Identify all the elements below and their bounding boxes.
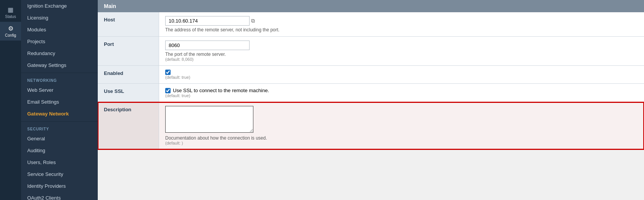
sidebar: Ignition Exchange Licensing Modules Proj… — [21, 0, 98, 200]
copy-icon[interactable]: ⧉ — [251, 18, 255, 24]
description-row: Description Documentation about how the … — [98, 102, 644, 150]
description-textarea[interactable] — [165, 106, 253, 133]
sidebar-item-web-server[interactable]: Web Server — [21, 84, 98, 96]
description-label: Description — [98, 102, 159, 149]
sidebar-divider-2 — [21, 121, 98, 122]
config-label: Config — [5, 33, 16, 37]
main-content: Main Host ⧉ The address of the remote se… — [98, 0, 644, 200]
status-label: Status — [5, 15, 16, 19]
host-description: The address of the remote server, not in… — [165, 27, 638, 33]
port-input[interactable] — [165, 41, 250, 50]
sidebar-divider-1 — [21, 73, 98, 73]
description-value-cell: Documentation about how the connection i… — [159, 102, 644, 149]
enabled-row: Enabled (default: true) — [98, 66, 644, 84]
enabled-checkbox-row — [165, 70, 638, 75]
form-table: Host ⧉ The address of the remote server,… — [98, 12, 644, 150]
enabled-label: Enabled — [98, 66, 159, 83]
host-value-cell: ⧉ The address of the remote server, not … — [159, 12, 644, 36]
status-icon: ▦ — [8, 6, 13, 13]
enabled-default: (default: true) — [165, 75, 638, 80]
port-default: (default: 8,060) — [165, 57, 638, 62]
enabled-value-cell: (default: true) — [159, 66, 644, 83]
config-icon: ⚙ — [8, 25, 13, 32]
sidebar-item-licensing[interactable]: Licensing — [21, 12, 98, 24]
host-input[interactable] — [165, 16, 250, 26]
sidebar-item-service-security[interactable]: Service Security — [21, 168, 98, 180]
use-ssl-row: Use SSL Use SSL to connect to the remote… — [98, 84, 644, 102]
port-value-cell: The port of the remote server. (default:… — [159, 37, 644, 65]
sidebar-item-email-settings[interactable]: Email Settings — [21, 96, 98, 108]
enabled-checkbox[interactable] — [165, 70, 171, 75]
use-ssl-value-cell: Use SSL to connect to the remote machine… — [159, 84, 644, 102]
use-ssl-checkbox[interactable] — [165, 88, 171, 93]
security-section-label: SECURITY — [21, 123, 98, 133]
use-ssl-default: (default: true) — [165, 93, 638, 98]
host-input-group: ⧉ — [165, 16, 638, 26]
sidebar-item-users-roles[interactable]: Users, Roles — [21, 156, 98, 168]
sidebar-item-gateway-network[interactable]: Gateway Network — [21, 108, 98, 120]
sidebar-item-ignition-exchange[interactable]: Ignition Exchange — [21, 0, 98, 12]
sidebar-item-gateway-settings[interactable]: Gateway Settings — [21, 59, 98, 71]
icon-bar-status[interactable]: ▦ Status — [0, 3, 21, 22]
section-header: Main — [98, 0, 644, 12]
use-ssl-checkbox-label: Use SSL to connect to the remote machine… — [173, 88, 269, 93]
use-ssl-checkbox-row: Use SSL to connect to the remote machine… — [165, 88, 638, 93]
description-desc: Documentation about how the connection i… — [165, 135, 638, 141]
description-default: (default: ) — [165, 141, 638, 145]
sidebar-item-identity-providers[interactable]: Identity Providers — [21, 180, 98, 192]
port-description: The port of the remote server. — [165, 52, 638, 57]
use-ssl-label: Use SSL — [98, 84, 159, 102]
sidebar-item-redundancy[interactable]: Redundancy — [21, 47, 98, 59]
port-label: Port — [98, 37, 159, 65]
sidebar-item-projects[interactable]: Projects — [21, 36, 98, 47]
networking-section-label: NETWORKING — [21, 75, 98, 84]
host-label: Host — [98, 12, 159, 36]
icon-bar-config[interactable]: ⚙ Config — [0, 22, 21, 41]
host-row: Host ⧉ The address of the remote server,… — [98, 12, 644, 37]
icon-bar: ▦ Status ⚙ Config — [0, 0, 21, 200]
port-row: Port The port of the remote server. (def… — [98, 37, 644, 66]
sidebar-item-auditing[interactable]: Auditing — [21, 145, 98, 156]
sidebar-item-general[interactable]: General — [21, 133, 98, 145]
sidebar-item-oauth2-clients[interactable]: OAuth2 Clients — [21, 192, 98, 200]
sidebar-item-modules[interactable]: Modules — [21, 24, 98, 36]
